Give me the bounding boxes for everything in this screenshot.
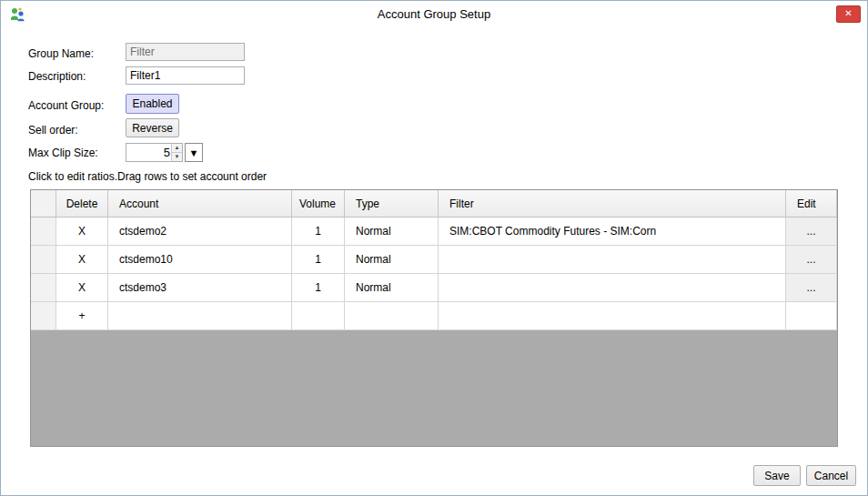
header-account[interactable]: Account (108, 190, 292, 218)
max-clip-size-input[interactable] (126, 144, 172, 161)
account-cell[interactable]: ctsdemo10 (108, 246, 292, 274)
account-cell[interactable]: ctsdemo3 (108, 274, 292, 302)
edit-cell[interactable]: ... (786, 246, 837, 274)
header-volume[interactable]: Volume (292, 190, 345, 218)
table-row: X ctsdemo2 1 Normal SIM:CBOT Commodity F… (31, 218, 837, 246)
row-selector[interactable] (31, 302, 56, 330)
close-button[interactable]: ✕ (836, 5, 861, 23)
row-selector[interactable] (31, 274, 56, 302)
filter-cell[interactable]: SIM:CBOT Commodity Futures - SIM:Corn (439, 218, 786, 246)
header-selector[interactable] (31, 190, 56, 218)
volume-cell[interactable] (292, 302, 345, 330)
max-clip-dropdown-button[interactable]: ▼ (185, 143, 203, 162)
filter-cell[interactable] (439, 302, 786, 330)
type-cell[interactable]: Normal (345, 274, 439, 302)
type-cell[interactable] (345, 302, 439, 330)
title-bar: Account Group Setup ✕ (1, 1, 867, 28)
edit-cell[interactable]: ... (786, 274, 837, 302)
group-name-field (126, 43, 245, 61)
save-button[interactable]: Save (753, 465, 801, 486)
dropdown-arrow-icon: ▼ (189, 147, 199, 158)
max-clip-size-label: Max Clip Size: (28, 147, 98, 159)
max-clip-size-stepper[interactable]: ▲ ▼ (126, 143, 183, 162)
window-title: Account Group Setup (1, 1, 867, 28)
sell-order-reverse-button[interactable]: Reverse (126, 118, 179, 137)
spin-buttons[interactable]: ▲ ▼ (171, 144, 182, 161)
table-new-row: + (31, 302, 837, 330)
volume-cell[interactable]: 1 (292, 274, 345, 302)
description-label: Description: (28, 70, 86, 83)
type-cell[interactable]: Normal (345, 246, 439, 274)
header-delete[interactable]: Delete (56, 190, 108, 218)
account-group-label: Account Group: (28, 99, 104, 112)
filter-cell[interactable] (439, 274, 786, 302)
cancel-button[interactable]: Cancel (806, 465, 856, 486)
row-selector[interactable] (31, 246, 56, 274)
volume-cell[interactable]: 1 (292, 218, 345, 246)
description-field[interactable] (126, 66, 245, 85)
delete-cell[interactable]: X (56, 246, 108, 274)
volume-cell[interactable]: 1 (292, 246, 345, 274)
sell-order-label: Sell order: (28, 124, 78, 137)
header-edit[interactable]: Edit (786, 190, 837, 218)
header-type[interactable]: Type (345, 190, 439, 218)
spin-down-icon[interactable]: ▼ (171, 153, 182, 162)
table-row: X ctsdemo3 1 Normal ... (31, 274, 837, 302)
filter-cell[interactable] (439, 246, 786, 274)
edit-cell[interactable]: ... (786, 218, 837, 246)
group-name-label: Group Name: (28, 47, 94, 60)
grid-hint-text: Click to edit ratios.Drag rows to set ac… (28, 170, 267, 183)
table-row: X ctsdemo10 1 Normal ... (31, 246, 837, 274)
type-cell[interactable]: Normal (345, 218, 439, 246)
row-selector[interactable] (31, 218, 56, 246)
delete-cell[interactable]: X (56, 218, 108, 246)
grid-header-row: Delete Account Volume Type Filter Edit (31, 190, 837, 218)
accounts-grid: Delete Account Volume Type Filter Edit X… (30, 189, 838, 447)
account-group-enabled-toggle[interactable]: Enabled (126, 94, 179, 114)
delete-cell[interactable]: X (56, 274, 108, 302)
edit-cell[interactable] (786, 302, 837, 330)
add-row-cell[interactable]: + (56, 302, 108, 330)
header-filter[interactable]: Filter (439, 190, 786, 218)
account-group-setup-dialog: Account Group Setup ✕ Group Name: Descri… (0, 0, 868, 496)
account-cell[interactable]: ctsdemo2 (108, 218, 292, 246)
account-cell[interactable] (108, 302, 292, 330)
spin-up-icon[interactable]: ▲ (171, 144, 182, 153)
